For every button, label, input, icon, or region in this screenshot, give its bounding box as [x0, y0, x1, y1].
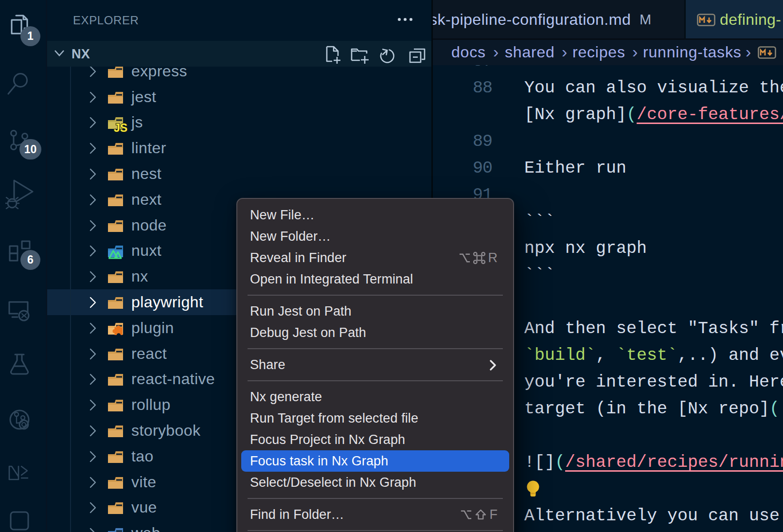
svg-text:JS: JS	[114, 122, 127, 134]
